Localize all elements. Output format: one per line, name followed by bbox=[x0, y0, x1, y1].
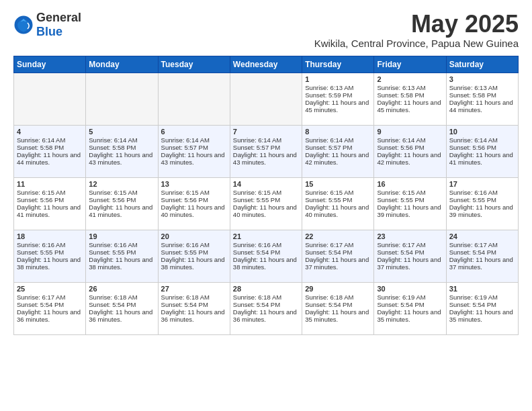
header: General Blue May 2025 Kwikila, Central P… bbox=[13, 11, 519, 53]
day-number: 16 bbox=[377, 180, 443, 188]
sunset: Sunset: 5:55 PM bbox=[233, 196, 280, 203]
logo-general: General bbox=[36, 11, 81, 24]
daylight-label: Daylight: 11 hours and 35 minutes. bbox=[305, 308, 369, 323]
col-friday: Friday bbox=[374, 56, 446, 73]
sunrise: Sunrise: 6:16 AM bbox=[233, 241, 281, 248]
sunset: Sunset: 5:54 PM bbox=[233, 248, 280, 256]
title-block: May 2025 Kwikila, Central Province, Papu… bbox=[314, 11, 519, 53]
week-row-1: 1Sunrise: 6:13 AMSunset: 5:59 PMDaylight… bbox=[14, 73, 519, 125]
sunrise: Sunrise: 6:18 AM bbox=[89, 293, 137, 301]
sunset: Sunset: 5:54 PM bbox=[449, 301, 496, 308]
sunrise: Sunrise: 6:17 AM bbox=[17, 293, 65, 301]
day-number: 22 bbox=[305, 232, 371, 240]
logo-blue: Blue bbox=[36, 25, 62, 38]
calendar-cell: 4Sunrise: 6:14 AMSunset: 5:58 PMDaylight… bbox=[14, 125, 86, 177]
sunrise: Sunrise: 6:15 AM bbox=[377, 189, 425, 196]
calendar-cell: 29Sunrise: 6:18 AMSunset: 5:54 PMDayligh… bbox=[302, 282, 374, 334]
day-number: 20 bbox=[161, 232, 227, 240]
calendar-cell bbox=[14, 73, 86, 125]
sunset: Sunset: 5:56 PM bbox=[89, 196, 136, 203]
sunset: Sunset: 5:54 PM bbox=[305, 301, 352, 308]
calendar-cell: 17Sunrise: 6:16 AMSunset: 5:55 PMDayligh… bbox=[446, 177, 518, 230]
sunset: Sunset: 5:56 PM bbox=[449, 144, 496, 151]
daylight-label: Daylight: 11 hours and 44 minutes. bbox=[449, 99, 513, 113]
day-number: 26 bbox=[89, 285, 154, 293]
calendar-cell: 14Sunrise: 6:15 AMSunset: 5:55 PMDayligh… bbox=[230, 177, 302, 230]
sunrise: Sunrise: 6:14 AM bbox=[161, 136, 210, 144]
day-number: 10 bbox=[449, 128, 515, 136]
col-sunday: Sunday bbox=[14, 56, 86, 73]
daylight-label: Daylight: 11 hours and 37 minutes. bbox=[377, 256, 441, 271]
calendar-cell: 18Sunrise: 6:16 AMSunset: 5:55 PMDayligh… bbox=[14, 230, 86, 282]
day-number: 14 bbox=[233, 180, 299, 188]
sunrise: Sunrise: 6:17 AM bbox=[449, 241, 498, 248]
sunset: Sunset: 5:55 PM bbox=[449, 196, 496, 203]
sunset: Sunset: 5:54 PM bbox=[233, 301, 280, 308]
week-row-2: 4Sunrise: 6:14 AMSunset: 5:58 PMDaylight… bbox=[14, 125, 519, 177]
sunset: Sunset: 5:58 PM bbox=[449, 91, 496, 99]
daylight-label: Daylight: 11 hours and 40 minutes. bbox=[161, 203, 225, 218]
daylight-label: Daylight: 11 hours and 42 minutes. bbox=[377, 151, 441, 166]
calendar-cell: 24Sunrise: 6:17 AMSunset: 5:54 PMDayligh… bbox=[446, 230, 518, 282]
sunset: Sunset: 5:56 PM bbox=[377, 144, 424, 151]
daylight-label: Daylight: 11 hours and 36 minutes. bbox=[233, 308, 297, 323]
day-number: 6 bbox=[161, 128, 227, 136]
sunrise: Sunrise: 6:14 AM bbox=[449, 136, 498, 144]
sunrise: Sunrise: 6:14 AM bbox=[17, 136, 65, 144]
calendar-cell: 13Sunrise: 6:15 AMSunset: 5:56 PMDayligh… bbox=[158, 177, 230, 230]
calendar-cell: 11Sunrise: 6:15 AMSunset: 5:56 PMDayligh… bbox=[14, 177, 86, 230]
calendar-cell: 27Sunrise: 6:18 AMSunset: 5:54 PMDayligh… bbox=[158, 282, 230, 334]
day-number: 19 bbox=[89, 232, 154, 240]
daylight-label: Daylight: 11 hours and 45 minutes. bbox=[305, 99, 369, 113]
calendar-cell: 19Sunrise: 6:16 AMSunset: 5:55 PMDayligh… bbox=[86, 230, 158, 282]
day-number: 11 bbox=[17, 180, 83, 188]
calendar-cell: 15Sunrise: 6:15 AMSunset: 5:55 PMDayligh… bbox=[302, 177, 374, 230]
subtitle: Kwikila, Central Province, Papua New Gui… bbox=[314, 38, 519, 49]
daylight-label: Daylight: 11 hours and 40 minutes. bbox=[233, 203, 297, 218]
sunset: Sunset: 5:56 PM bbox=[17, 196, 64, 203]
calendar-cell bbox=[86, 73, 158, 125]
day-number: 3 bbox=[449, 75, 515, 83]
sunrise: Sunrise: 6:15 AM bbox=[17, 189, 65, 196]
sunrise: Sunrise: 6:16 AM bbox=[89, 241, 137, 248]
day-number: 7 bbox=[233, 128, 299, 136]
calendar-cell: 3Sunrise: 6:13 AMSunset: 5:58 PMDaylight… bbox=[446, 73, 518, 125]
calendar-cell: 8Sunrise: 6:14 AMSunset: 5:57 PMDaylight… bbox=[302, 125, 374, 177]
daylight-label: Daylight: 11 hours and 37 minutes. bbox=[305, 256, 369, 271]
calendar-cell: 30Sunrise: 6:19 AMSunset: 5:54 PMDayligh… bbox=[374, 282, 446, 334]
calendar-cell: 25Sunrise: 6:17 AMSunset: 5:54 PMDayligh… bbox=[14, 282, 86, 334]
daylight-label: Daylight: 11 hours and 39 minutes. bbox=[377, 203, 441, 218]
sunrise: Sunrise: 6:19 AM bbox=[377, 293, 425, 301]
sunset: Sunset: 5:58 PM bbox=[89, 144, 136, 151]
sunrise: Sunrise: 6:13 AM bbox=[377, 84, 425, 91]
week-row-3: 11Sunrise: 6:15 AMSunset: 5:56 PMDayligh… bbox=[14, 177, 519, 230]
daylight-label: Daylight: 11 hours and 37 minutes. bbox=[449, 256, 513, 271]
daylight-label: Daylight: 11 hours and 40 minutes. bbox=[305, 203, 369, 218]
daylight-label: Daylight: 11 hours and 42 minutes. bbox=[305, 151, 369, 166]
day-number: 30 bbox=[377, 285, 443, 293]
calendar-cell: 6Sunrise: 6:14 AMSunset: 5:57 PMDaylight… bbox=[158, 125, 230, 177]
sunset: Sunset: 5:57 PM bbox=[305, 144, 352, 151]
sunrise: Sunrise: 6:17 AM bbox=[305, 241, 353, 248]
daylight-label: Daylight: 11 hours and 36 minutes. bbox=[161, 308, 225, 323]
day-number: 1 bbox=[305, 75, 371, 83]
calendar-table: Sunday Monday Tuesday Wednesday Thursday… bbox=[13, 56, 519, 335]
sunrise: Sunrise: 6:16 AM bbox=[161, 241, 210, 248]
sunrise: Sunrise: 6:13 AM bbox=[305, 84, 353, 91]
day-number: 5 bbox=[89, 128, 154, 136]
daylight-label: Daylight: 11 hours and 41 minutes. bbox=[89, 203, 152, 218]
day-number: 17 bbox=[449, 180, 515, 188]
calendar-cell: 26Sunrise: 6:18 AMSunset: 5:54 PMDayligh… bbox=[86, 282, 158, 334]
sunrise: Sunrise: 6:15 AM bbox=[305, 189, 353, 196]
sunrise: Sunrise: 6:17 AM bbox=[377, 241, 425, 248]
header-row: Sunday Monday Tuesday Wednesday Thursday… bbox=[14, 56, 519, 73]
day-number: 12 bbox=[89, 180, 154, 188]
calendar-cell: 9Sunrise: 6:14 AMSunset: 5:56 PMDaylight… bbox=[374, 125, 446, 177]
sunrise: Sunrise: 6:18 AM bbox=[161, 293, 210, 301]
calendar-cell: 22Sunrise: 6:17 AMSunset: 5:54 PMDayligh… bbox=[302, 230, 374, 282]
calendar-cell: 7Sunrise: 6:14 AMSunset: 5:57 PMDaylight… bbox=[230, 125, 302, 177]
calendar-cell: 12Sunrise: 6:15 AMSunset: 5:56 PMDayligh… bbox=[86, 177, 158, 230]
sunset: Sunset: 5:55 PM bbox=[89, 248, 136, 256]
main-title: May 2025 bbox=[314, 11, 519, 38]
sunset: Sunset: 5:54 PM bbox=[89, 301, 136, 308]
